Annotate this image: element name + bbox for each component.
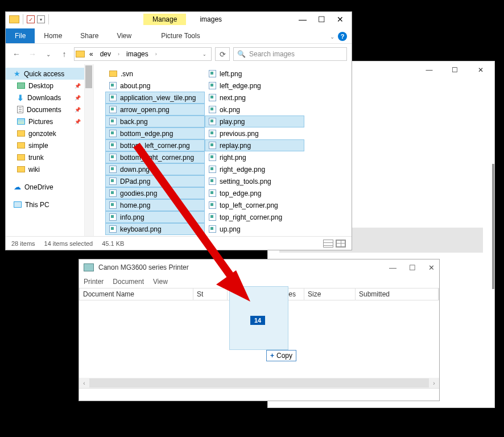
- back-button[interactable]: ←: [10, 48, 23, 60]
- tree-documents[interactable]: Documents📌: [6, 104, 93, 116]
- image-file-icon: [109, 118, 117, 125]
- recent-dropdown[interactable]: ⌄: [42, 48, 55, 60]
- file-item[interactable]: next.png: [205, 92, 304, 104]
- file-item[interactable]: application_view_tile.png: [105, 92, 205, 104]
- ribbon-collapse-icon[interactable]: ⌄: [330, 34, 334, 40]
- file-item[interactable]: right_edge.png: [205, 163, 304, 175]
- scrollbar[interactable]: [492, 164, 494, 289]
- qat-properties-icon[interactable]: ✓: [27, 15, 35, 23]
- file-list[interactable]: .svnabout.pngapplication_view_tile.pngar…: [94, 64, 352, 236]
- forward-button[interactable]: →: [26, 48, 39, 60]
- col-size[interactable]: Size: [304, 288, 356, 300]
- address-bar[interactable]: « dev › images › ⌄: [74, 47, 212, 61]
- scroll-right-icon[interactable]: ›: [429, 378, 439, 388]
- file-item[interactable]: previous.png: [205, 127, 304, 139]
- queue-title: Canon MG3600 series Printer: [98, 263, 189, 271]
- file-item[interactable]: about.png: [105, 80, 205, 92]
- file-item[interactable]: bottom_right_corner.png: [105, 151, 205, 163]
- home-tab[interactable]: Home: [35, 28, 71, 43]
- menu-printer[interactable]: Printer: [84, 278, 104, 286]
- tree-downloads[interactable]: ⬇Downloads📌: [6, 92, 93, 104]
- tree-thispc[interactable]: This PC: [6, 199, 93, 211]
- tree-wiki[interactable]: wiki: [6, 163, 93, 175]
- file-name: replay.png: [220, 142, 251, 150]
- file-item[interactable]: down.png: [105, 163, 205, 175]
- qat-dropdown-icon[interactable]: ▾: [37, 15, 45, 23]
- image-file-icon: [209, 225, 216, 233]
- tree-pictures[interactable]: Pictures📌: [6, 116, 93, 127]
- minimize-button[interactable]: —: [389, 263, 396, 272]
- file-item[interactable]: replay.png: [205, 139, 304, 151]
- file-item[interactable]: home.png: [105, 199, 205, 211]
- close-button[interactable]: ✕: [468, 62, 493, 78]
- file-name: goodies.png: [120, 189, 157, 197]
- file-name: top_edge.png: [220, 189, 261, 197]
- file-item[interactable]: ok.png: [205, 104, 304, 116]
- file-item[interactable]: goodies.png: [105, 187, 205, 199]
- file-name: down.png: [120, 166, 150, 174]
- file-item[interactable]: arrow_open.png: [105, 104, 205, 116]
- file-item[interactable]: up.png: [205, 223, 304, 235]
- maximize-button[interactable]: ☐: [442, 62, 468, 78]
- tree-desktop[interactable]: Desktop📌: [6, 80, 93, 92]
- file-item[interactable]: DPad.png: [105, 175, 205, 187]
- col-submitted[interactable]: Submitted: [356, 288, 439, 300]
- file-item[interactable]: left.png: [205, 68, 304, 80]
- file-item[interactable]: info.png: [105, 211, 205, 223]
- breadcrumb-dev[interactable]: dev: [98, 50, 113, 58]
- view-large-icon[interactable]: [336, 240, 346, 248]
- tree-scrollbar[interactable]: [84, 64, 93, 236]
- tree-quick-access[interactable]: ★Quick access: [6, 68, 93, 80]
- file-item[interactable]: left_edge.png: [205, 80, 304, 92]
- refresh-button[interactable]: ⟳: [215, 47, 230, 61]
- col-document-name[interactable]: Document Name: [80, 288, 193, 300]
- file-item[interactable]: .svn: [105, 68, 205, 80]
- file-name: application_view_tile.png: [120, 94, 196, 102]
- tree-onedrive[interactable]: ☁OneDrive: [6, 181, 93, 193]
- file-item[interactable]: top_edge.png: [205, 187, 304, 199]
- minimize-button[interactable]: —: [416, 62, 442, 78]
- file-item[interactable]: right.png: [205, 151, 304, 163]
- plus-icon: +: [270, 352, 274, 360]
- file-item[interactable]: top_left_corner.png: [205, 199, 304, 211]
- tree-simple[interactable]: simple: [6, 139, 93, 151]
- picture-tools-tab[interactable]: Picture Tools: [152, 28, 209, 43]
- file-tab[interactable]: File: [6, 28, 35, 43]
- file-item[interactable]: keyboard.png: [105, 223, 205, 235]
- image-file-icon: [109, 178, 117, 185]
- up-button[interactable]: ↑: [58, 48, 71, 60]
- maximize-button[interactable]: ☐: [318, 15, 325, 24]
- file-name: up.png: [220, 225, 241, 233]
- file-name: left_edge.png: [220, 82, 261, 90]
- search-icon: 🔍: [237, 50, 246, 58]
- file-item[interactable]: back.png: [105, 116, 205, 127]
- close-button[interactable]: ✕: [337, 15, 344, 24]
- queue-titlebar[interactable]: Canon MG3600 series Printer — ☐ ✕: [79, 259, 439, 275]
- search-input[interactable]: 🔍 Search images: [233, 47, 347, 61]
- maximize-button[interactable]: ☐: [409, 263, 416, 272]
- scroll-left-icon[interactable]: ‹: [79, 378, 89, 388]
- tree-trunk[interactable]: trunk: [6, 151, 93, 163]
- printer-icon: [84, 263, 94, 271]
- tree-gonzotek[interactable]: gonzotek: [6, 127, 93, 139]
- menu-view[interactable]: View: [153, 278, 168, 286]
- col-status[interactable]: St: [193, 288, 228, 300]
- file-item[interactable]: bottom_left_corner.png: [105, 139, 205, 151]
- close-button[interactable]: ✕: [428, 263, 435, 272]
- file-item[interactable]: setting_tools.png: [205, 175, 304, 187]
- breadcrumb-root[interactable]: «: [87, 50, 96, 58]
- file-item[interactable]: play.png: [205, 116, 304, 127]
- image-file-icon: [209, 189, 216, 197]
- help-icon[interactable]: ?: [338, 32, 347, 41]
- menu-document[interactable]: Document: [113, 278, 144, 286]
- view-details-icon[interactable]: [323, 240, 333, 248]
- file-item[interactable]: top_right_corner.png: [205, 211, 304, 223]
- minimize-button[interactable]: —: [299, 15, 307, 24]
- address-dropdown-icon[interactable]: ⌄: [203, 52, 206, 57]
- file-item[interactable]: bottom_edge.png: [105, 127, 205, 139]
- explorer-titlebar[interactable]: ✓ ▾ Manage images — ☐ ✕: [6, 12, 352, 27]
- view-tab[interactable]: View: [108, 28, 141, 43]
- breadcrumb-images[interactable]: images: [124, 50, 151, 58]
- queue-hscroll[interactable]: ‹ ›: [79, 378, 439, 388]
- share-tab[interactable]: Share: [71, 28, 108, 43]
